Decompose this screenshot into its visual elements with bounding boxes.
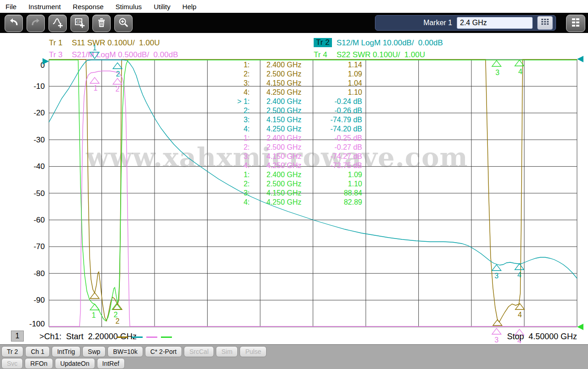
softkey-bandwidth[interactable]: BW=10k bbox=[107, 346, 143, 357]
marker-frequency-input[interactable] bbox=[457, 17, 533, 29]
status-softkey-panel: Tr 2 Ch 1 IntTrig Swp BW=10k C* 2-Port S… bbox=[0, 344, 588, 369]
trace3-id[interactable]: Tr 3 bbox=[49, 50, 63, 60]
menu-instrument[interactable]: Instrument bbox=[28, 3, 61, 11]
marker-label: 3 bbox=[496, 69, 500, 76]
marker-row: 2:2.500 GHz1.09 bbox=[228, 70, 365, 79]
marker-label: 4 bbox=[518, 271, 522, 279]
marker-label: 4 bbox=[518, 311, 522, 319]
softkey-srccal: SrcCal bbox=[184, 346, 214, 357]
marker-label: 2 bbox=[116, 70, 120, 78]
marker-label: 2 bbox=[116, 317, 120, 325]
redo-button[interactable] bbox=[27, 15, 45, 32]
marker-label: 1 bbox=[94, 84, 98, 92]
trace2-id[interactable]: Tr 2 bbox=[314, 38, 332, 47]
softkey-trigger[interactable]: IntTrig bbox=[52, 346, 80, 357]
softkey-rf[interactable]: RFOn bbox=[25, 358, 53, 369]
softkey-channel[interactable]: Ch 1 bbox=[25, 346, 50, 357]
trace3-format: S21/M LogM 0.500dB/ 0.00dB bbox=[72, 50, 178, 60]
menu-response[interactable]: Response bbox=[73, 3, 104, 11]
softkey-reference[interactable]: IntRef bbox=[97, 358, 125, 369]
trace1-id[interactable]: Tr 1 bbox=[49, 38, 63, 48]
redo-icon bbox=[30, 17, 41, 30]
add-channel-icon: Ch bbox=[74, 17, 85, 30]
y-tick-30: -30 bbox=[16, 136, 45, 145]
marker-row: 4:4.250 GHz-73.75 dB bbox=[228, 162, 365, 171]
trash-icon bbox=[96, 17, 107, 30]
softkey-sim: Sim bbox=[216, 346, 238, 357]
legend-dash-tr2 bbox=[132, 336, 143, 338]
marker-panel: Marker 1 bbox=[375, 15, 556, 31]
vna-application-window: File Instrument Response Stimulus Utilit… bbox=[0, 0, 588, 369]
marker-panel-label: Marker 1 bbox=[423, 19, 452, 27]
y-tick-0: 0 bbox=[16, 61, 45, 70]
marker-row: 3:4.150 GHz-74.79 dB bbox=[228, 116, 365, 125]
marker-row: 1:2.400 GHz1.09 bbox=[228, 171, 365, 180]
marker-row: 3:4.150 GHz88.84 bbox=[228, 189, 365, 198]
y-tick-40: -40 bbox=[16, 162, 45, 171]
add-channel-button[interactable]: Ch bbox=[70, 15, 89, 32]
marker-label: 3 bbox=[495, 272, 499, 280]
marker-row: 4:4.250 GHz1.10 bbox=[228, 88, 365, 98]
marker-keypad-button[interactable] bbox=[537, 16, 553, 30]
undo-button[interactable] bbox=[5, 15, 23, 32]
add-trace-icon bbox=[52, 17, 63, 30]
legend-dash-tr4 bbox=[161, 336, 172, 338]
softkey-grid-icon bbox=[571, 17, 580, 29]
start-frequency: 2.20000 GHz bbox=[88, 332, 137, 341]
marker-row: 2:2.500 GHz1.10 bbox=[228, 180, 365, 189]
marker-row: 3:4.150 GHz-74.27 dB bbox=[228, 152, 365, 162]
y-tick-70: -70 bbox=[16, 242, 45, 251]
trace1-format: S11 SWR 0.100U/ 1.00U bbox=[72, 38, 160, 48]
channel-stop-info: Stop 4.50000 GHz bbox=[476, 332, 577, 342]
y-tick-60: -60 bbox=[16, 216, 45, 225]
stop-frequency: 4.50000 GHz bbox=[529, 332, 577, 341]
zoom-button[interactable] bbox=[114, 15, 133, 32]
marker-row: 1:2.400 GHz-0.25 dB bbox=[228, 134, 365, 143]
menu-bar: File Instrument Response Stimulus Utilit… bbox=[0, 0, 588, 13]
marker-row: 4:4.250 GHz82.89 bbox=[228, 198, 365, 207]
menu-file[interactable]: File bbox=[5, 3, 16, 11]
delete-button[interactable] bbox=[92, 15, 111, 32]
trace1-markers bbox=[90, 293, 524, 326]
main-toolbar: Ch Marker 1 bbox=[0, 13, 588, 33]
softkey-toggle-button[interactable] bbox=[566, 15, 585, 32]
marker-row: 2:2.500 GHz-0.26 dB bbox=[228, 107, 365, 116]
channel-badge[interactable]: 1 bbox=[11, 331, 24, 342]
ref-arrow-right-teal-icon bbox=[577, 56, 583, 62]
y-tick-100: -100 bbox=[16, 320, 45, 329]
menu-help[interactable]: Help bbox=[182, 3, 197, 11]
softkey-update[interactable]: UpdateOn bbox=[55, 358, 95, 369]
marker-row: 2:2.500 GHz-0.27 dB bbox=[228, 143, 365, 152]
marker-row: 1:2.400 GHz1.14 bbox=[228, 61, 365, 70]
menu-utility[interactable]: Utility bbox=[154, 3, 171, 11]
y-tick-80: -80 bbox=[16, 269, 45, 278]
softkey-trace[interactable]: Tr 2 bbox=[1, 346, 23, 357]
marker-row-active: > 1:2.400 GHz-0.24 dB bbox=[228, 98, 365, 107]
marker-label: 4 bbox=[519, 68, 523, 76]
add-trace-button[interactable] bbox=[48, 15, 67, 32]
y-tick-20: -20 bbox=[16, 109, 45, 118]
softkey-svc: Svc bbox=[1, 358, 23, 369]
y-tick-90: -90 bbox=[16, 296, 45, 305]
marker-label: 2 bbox=[116, 85, 120, 93]
marker-label: 1 bbox=[92, 311, 96, 319]
softkey-sweep[interactable]: Swp bbox=[82, 346, 106, 357]
legend-dash-tr1 bbox=[117, 336, 128, 338]
keypad-icon bbox=[540, 18, 550, 28]
marker-label: 2 bbox=[114, 311, 118, 319]
trace4-id[interactable]: Tr 4 bbox=[314, 50, 327, 60]
menu-stimulus[interactable]: Stimulus bbox=[116, 3, 142, 11]
marker-row: 4:4.250 GHz-74.20 dB bbox=[228, 125, 365, 134]
trace2-format: S12/M LogM 10.00dB/ 0.00dB bbox=[337, 38, 443, 48]
y-tick-50: -50 bbox=[16, 189, 45, 198]
zoom-in-icon bbox=[118, 17, 129, 30]
softkey-pulse: Pulse bbox=[240, 346, 267, 357]
legend-dash-tr3 bbox=[146, 336, 157, 338]
svg-text:Ch: Ch bbox=[76, 20, 82, 24]
ref-arrow-right-green-icon bbox=[577, 324, 583, 330]
softkey-cal[interactable]: C* 2-Port bbox=[145, 346, 182, 357]
undo-icon bbox=[8, 17, 19, 30]
trace4-format: S22 SWR 0.100U/ 1.00U bbox=[337, 50, 425, 60]
y-tick-10: -10 bbox=[16, 82, 45, 91]
marker-row: 3:4.150 GHz1.04 bbox=[228, 79, 365, 88]
